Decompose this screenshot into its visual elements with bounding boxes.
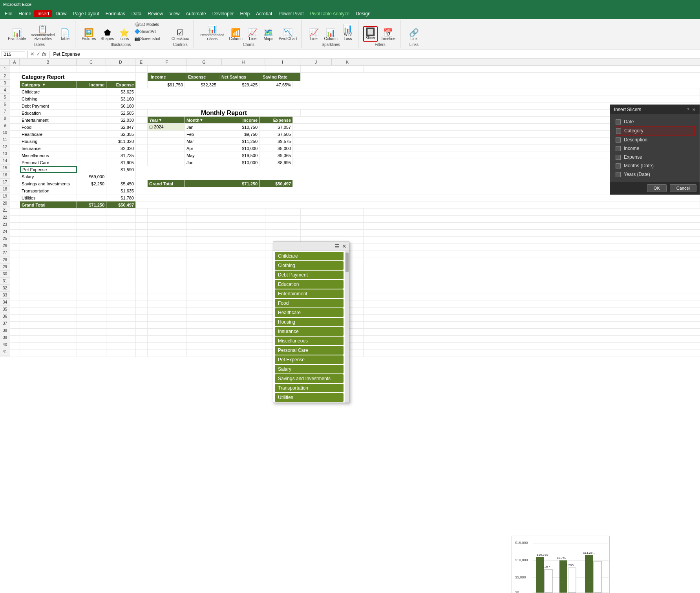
cell-col-j-22[interactable] (301, 216, 332, 222)
cell-col-c-25[interactable] (77, 237, 106, 243)
line-sparkline-button[interactable]: 📈 Line (307, 28, 321, 42)
cell-e12[interactable] (136, 145, 148, 152)
cell-col-c-29[interactable] (77, 265, 106, 272)
cell-ent-income[interactable] (77, 117, 106, 123)
cell-col-f-21[interactable] (148, 209, 187, 215)
cell-col-c-28[interactable] (77, 258, 106, 265)
menu-power-pivot[interactable]: Power Pivot (275, 10, 307, 17)
winloss-button[interactable]: 📊 Win/Loss (341, 24, 355, 42)
date-checkbox[interactable] (616, 119, 621, 124)
cell-housing[interactable]: Housing (20, 138, 77, 145)
cell-savings-income[interactable]: $2,250 (77, 180, 106, 187)
cell-a13[interactable] (10, 152, 20, 159)
slicer-item[interactable]: Clothing (275, 261, 344, 270)
menu-view[interactable]: View (166, 10, 183, 17)
cell-col-h-21[interactable] (222, 209, 265, 215)
cell-col-b-35[interactable] (20, 307, 77, 314)
income-mar[interactable]: $11,250 (218, 138, 260, 145)
cell-trans-income[interactable] (77, 187, 106, 194)
cell-col-h-39[interactable] (222, 336, 265, 342)
expense-checkbox[interactable] (616, 155, 621, 160)
cell-debt[interactable]: Debt Payment (20, 102, 77, 109)
cell-col-a-36[interactable] (10, 315, 20, 321)
cell-e14[interactable] (136, 159, 148, 166)
cell-healthcare[interactable]: Healthcare (20, 131, 77, 137)
link-button[interactable]: 🔗 Link (407, 28, 421, 42)
cell-col-c-32[interactable] (77, 286, 106, 293)
cell-housing-expense[interactable]: $11,320 (106, 138, 136, 145)
cell-pet-income[interactable] (77, 166, 106, 173)
cell-col-d-38[interactable] (106, 329, 136, 335)
cell-a4[interactable] (10, 88, 20, 95)
cell-col-b-31[interactable] (20, 279, 77, 286)
icons-button[interactable]: ⭐ Icons (117, 28, 131, 42)
cell-rest-4[interactable] (136, 88, 700, 95)
cell-a10[interactable] (10, 131, 20, 137)
cell-a19[interactable] (10, 194, 20, 201)
cell-col-e-34[interactable] (136, 300, 148, 307)
cell-col-g-38[interactable] (187, 329, 222, 335)
cell-ins-income[interactable] (77, 145, 106, 152)
expense-value[interactable]: $32,325 (185, 81, 218, 88)
cell-col-a-41[interactable] (10, 350, 20, 357)
cell-gt-expense[interactable]: $50,497 (106, 201, 136, 208)
menu-draw[interactable]: Draw (52, 10, 69, 17)
cell-col-i-24[interactable] (265, 230, 301, 236)
cell-col-f-24[interactable] (148, 230, 187, 236)
cell-a20[interactable] (10, 201, 20, 208)
cell-col-d-28[interactable] (106, 258, 136, 265)
cell-education[interactable]: Education (20, 110, 77, 116)
income-value[interactable]: $61,750 (148, 81, 185, 88)
cell-col-d-34[interactable] (106, 300, 136, 307)
cell-savings-expense[interactable]: $5,450 (106, 180, 136, 187)
cell-col-c-39[interactable] (77, 336, 106, 342)
cell-a16[interactable] (10, 173, 20, 180)
cell-clothing[interactable]: Clothing (20, 95, 77, 102)
month-apr[interactable]: Apr (185, 145, 218, 152)
cell-ent-expense[interactable]: $2,030 (106, 117, 136, 123)
cell-col-a-25[interactable] (10, 237, 20, 243)
cell-col-g-33[interactable] (187, 293, 222, 300)
cell-gt-income[interactable]: $71,250 (77, 201, 106, 208)
dialog-item-expense[interactable]: Expense (615, 153, 695, 161)
cell-col-e-39[interactable] (136, 336, 148, 342)
cell-col-h-31[interactable] (222, 279, 265, 286)
slicer-item[interactable]: Education (275, 280, 344, 289)
month-may[interactable]: May (185, 152, 218, 159)
cell-col-b-38[interactable] (20, 329, 77, 335)
dialog-item-months[interactable]: Months (Date) (615, 161, 695, 170)
cell-col-i-22[interactable] (265, 216, 301, 222)
cell-col-c-35[interactable] (77, 307, 106, 314)
cell-e1[interactable] (136, 66, 148, 72)
cell-col-a-21[interactable] (10, 209, 20, 215)
cell-col-f-26[interactable] (148, 244, 187, 251)
cell-col-c-31[interactable] (77, 279, 106, 286)
saving-rate-value[interactable]: 47.65% (260, 81, 293, 88)
category-checkbox[interactable] (616, 128, 621, 134)
cell-col-h-40[interactable] (222, 343, 265, 350)
recommended-charts-button[interactable]: 📊 RecommendedCharts (199, 24, 226, 42)
cell-col-h-28[interactable] (222, 258, 265, 265)
cell-reference-input[interactable] (2, 51, 25, 57)
slicer-clear-icon[interactable]: ✕ (342, 243, 347, 249)
income-apr[interactable]: $10,000 (218, 145, 260, 152)
income-may[interactable]: $19,500 (218, 152, 260, 159)
cell-e7[interactable] (136, 110, 148, 116)
dialog-close-button[interactable]: ✕ (692, 107, 696, 112)
cell-col-f-36[interactable] (148, 315, 187, 321)
menu-formulas[interactable]: Formulas (102, 10, 128, 17)
cell-col-e-31[interactable] (136, 279, 148, 286)
year-empty-14[interactable] (148, 159, 185, 166)
cell-col-h-25[interactable] (222, 237, 265, 243)
cell-col-d-32[interactable] (106, 286, 136, 293)
cell-debt-expense[interactable]: $6,160 (106, 102, 136, 109)
slicer-scroll-thumb[interactable] (345, 253, 349, 272)
cell-col-c-33[interactable] (77, 293, 106, 300)
cell-col-g-35[interactable] (187, 307, 222, 314)
cell-a9[interactable] (10, 124, 20, 130)
cell-col-e-24[interactable] (136, 230, 148, 236)
dialog-item-income[interactable]: Income (615, 144, 695, 153)
cell-col-a-32[interactable] (10, 286, 20, 293)
cell-util-income[interactable] (77, 194, 106, 201)
cell-col-d-30[interactable] (106, 272, 136, 279)
